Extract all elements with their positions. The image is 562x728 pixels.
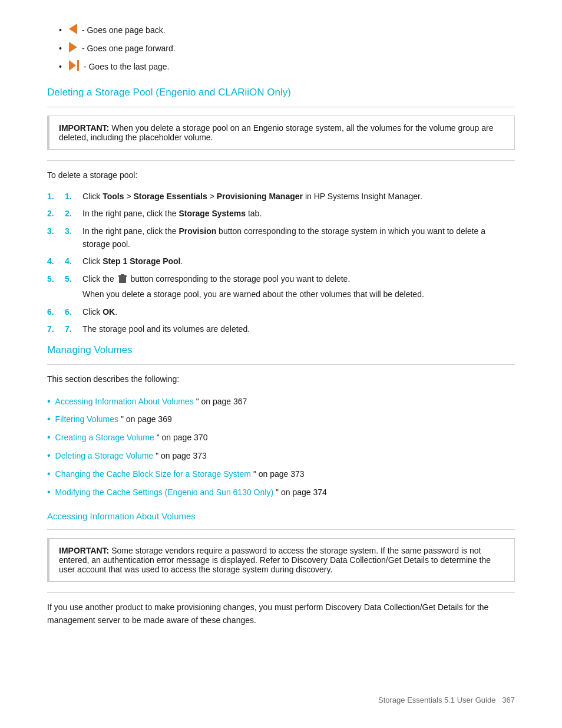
- divider-4: [47, 529, 515, 530]
- accessing-volumes-important-label: IMPORTANT:: [59, 546, 109, 555]
- nav-back-label: - Goes one page back.: [82, 25, 166, 35]
- bullet-dot: •: [59, 62, 62, 71]
- step-7-number: 7.: [65, 323, 78, 336]
- link-cache-settings[interactable]: Modifying the Cache Settings (Engenio an…: [55, 486, 273, 499]
- delete-pool-important-text: When you delete a storage pool on an Eng…: [59, 123, 493, 142]
- step-3-bold: Provision: [178, 226, 216, 236]
- step-1-number: 1.: [65, 190, 78, 203]
- accessing-volumes-heading: Accessing Information About Volumes: [47, 511, 515, 521]
- step-3-number: 3.: [65, 225, 78, 251]
- nav-bullets-list: • - Goes one page back. • - Goes one pag…: [47, 24, 515, 73]
- delete-pool-steps: 1. Click Tools > Storage Essentials > Pr…: [47, 190, 515, 336]
- nav-forward-label: - Goes one page forward.: [82, 44, 176, 53]
- forward-icon: [69, 42, 77, 54]
- link-page-1: " on page 367: [196, 396, 247, 409]
- nav-bullet-last: • - Goes to the last page.: [59, 60, 515, 73]
- link-page-2: " on page 369: [121, 413, 172, 426]
- link-page-6: " on page 374: [276, 486, 327, 499]
- step-1-bold-pm: Provisioning Manager: [217, 192, 303, 201]
- managing-volumes-intro: This section describes the following:: [47, 373, 515, 386]
- delete-pool-important-label: IMPORTANT:: [59, 123, 109, 133]
- step-4-text: Click Step 1 Storage Pool.: [82, 255, 183, 268]
- step-1-bold-tools: Tools: [103, 192, 124, 201]
- accessing-volumes-important-box: IMPORTANT: Some storage vendors require …: [47, 538, 515, 582]
- divider-1: [47, 107, 515, 107]
- link-page-3: " on page 370: [157, 431, 208, 444]
- step-4: 4. Click Step 1 Storage Pool.: [47, 255, 515, 268]
- divider-5: [47, 592, 515, 593]
- svg-rect-2: [121, 274, 124, 276]
- link-item-2: Filtering Volumes" on page 369: [47, 412, 515, 427]
- step-3-text: In the right pane, click the Provision b…: [82, 225, 515, 251]
- step-1-bold-se: Storage Essentials: [134, 192, 207, 201]
- page-content: • - Goes one page back. • - Goes one pag…: [0, 0, 562, 728]
- delete-pool-heading: Deleting a Storage Pool (Engenio and CLA…: [47, 87, 515, 98]
- step-2-bold: Storage Systems: [178, 209, 246, 218]
- back-icon: [69, 24, 77, 36]
- step-4-number: 4.: [65, 255, 78, 268]
- footer-page-number: 367: [502, 696, 515, 704]
- accessing-volumes-body: If you use another product to make provi…: [47, 601, 515, 627]
- step-6: 6. Click OK.: [47, 306, 515, 319]
- svg-rect-0: [119, 276, 126, 283]
- step-5-subtext: When you delete a storage pool, you are …: [82, 288, 424, 301]
- link-item-4: Deleting a Storage Volume" on page 373: [47, 449, 515, 463]
- last-icon: [69, 60, 79, 73]
- link-page-5: " on page 373: [253, 468, 305, 481]
- delete-pool-intro: To delete a storage pool:: [47, 169, 515, 182]
- link-deleting-volume[interactable]: Deleting a Storage Volume: [55, 450, 154, 463]
- step-2: 2. In the right pane, click the Storage …: [47, 207, 515, 220]
- step-3: 3. In the right pane, click the Provisio…: [47, 225, 515, 251]
- step-5-number: 5.: [65, 273, 78, 301]
- link-item-3: Creating a Storage Volume" on page 370: [47, 430, 515, 445]
- step-7-text: The storage pool and its volumes are del…: [82, 323, 250, 336]
- step-1-text: Click Tools > Storage Essentials > Provi…: [82, 190, 422, 203]
- delete-pool-important-box: IMPORTANT: When you delete a storage poo…: [47, 116, 515, 150]
- footer-guide-title: Storage Essentials 5.1 User Guide: [378, 696, 495, 704]
- accessing-volumes-important-text: Some storage vendors require a password …: [59, 546, 491, 574]
- bullet-dot: •: [59, 44, 62, 53]
- page-footer: Storage Essentials 5.1 User Guide 367: [378, 696, 515, 704]
- step-5: 5. Click the button corresponding to the…: [47, 273, 515, 301]
- step-2-text: In the right pane, click the Storage Sys…: [82, 207, 262, 220]
- managing-volumes-heading: Managing Volumes: [47, 344, 515, 356]
- step-7: 7. The storage pool and its volumes are …: [47, 323, 515, 336]
- footer-text: Storage Essentials 5.1 User Guide 367: [378, 696, 515, 704]
- step-5-text: Click the button corresponding to the st…: [82, 273, 424, 301]
- step-6-text: Click OK.: [82, 306, 117, 319]
- link-page-4: " on page 373: [156, 450, 207, 463]
- step-6-bold: OK: [103, 307, 115, 317]
- link-item-1: Accessing Information About Volumes" on …: [47, 394, 515, 409]
- link-item-5: Changing the Cache Block Size for a Stor…: [47, 467, 515, 482]
- trash-icon: [118, 274, 127, 284]
- bullet-dot: •: [59, 25, 62, 35]
- nav-bullet-back: • - Goes one page back.: [59, 24, 515, 36]
- link-filtering-volumes[interactable]: Filtering Volumes: [55, 413, 118, 426]
- nav-last-label: - Goes to the last page.: [84, 62, 170, 71]
- step-2-number: 2.: [65, 207, 78, 220]
- managing-volumes-links: Accessing Information About Volumes" on …: [47, 394, 515, 500]
- step-1: 1. Click Tools > Storage Essentials > Pr…: [47, 190, 515, 203]
- link-item-6: Modifying the Cache Settings (Engenio an…: [47, 485, 515, 500]
- link-creating-volume[interactable]: Creating a Storage Volume: [55, 431, 154, 444]
- divider-2: [47, 160, 515, 161]
- link-cache-block-size[interactable]: Changing the Cache Block Size for a Stor…: [55, 468, 251, 481]
- link-accessing-volumes[interactable]: Accessing Information About Volumes: [55, 396, 194, 409]
- step-4-bold: Step 1 Storage Pool: [103, 256, 180, 266]
- divider-3: [47, 364, 515, 365]
- nav-bullet-forward: • - Goes one page forward.: [59, 42, 515, 54]
- step-6-number: 6.: [65, 306, 78, 319]
